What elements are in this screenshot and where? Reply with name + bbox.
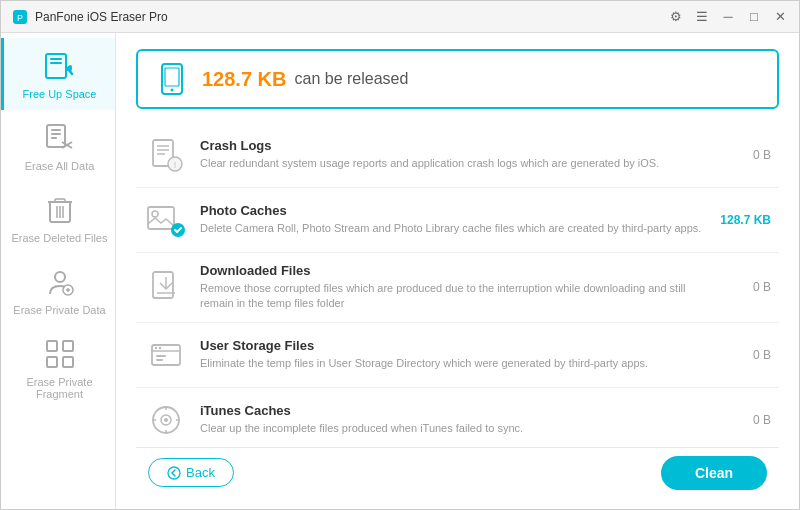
- window-controls: ⚙ ☰ ─ □ ✕: [667, 8, 789, 26]
- sidebar-item-erase-deleted-files[interactable]: Erase Deleted Files: [1, 182, 115, 254]
- footer: Back Clean: [136, 447, 779, 497]
- app-title: PanFone iOS Eraser Pro: [35, 10, 667, 24]
- svg-rect-20: [63, 357, 73, 367]
- svg-rect-19: [47, 357, 57, 367]
- sidebar-item-erase-private-fragment[interactable]: Erase Private Fragment: [1, 326, 115, 410]
- photo-caches-icon-wrap: [144, 198, 188, 242]
- user-storage-desc: Eliminate the temp files in User Storage…: [200, 356, 716, 371]
- itunes-caches-info: iTunes Caches Clear up the incomplete fi…: [200, 403, 716, 436]
- erase-private-fragment-icon: [42, 336, 78, 372]
- sidebar-label-erase-private-data: Erase Private Data: [13, 304, 105, 316]
- photo-caches-info: Photo Caches Delete Camera Roll, Photo S…: [200, 203, 716, 236]
- svg-text:!: !: [174, 160, 177, 170]
- sidebar-item-erase-all-data[interactable]: Erase All Data: [1, 110, 115, 182]
- list-item: iTunes Caches Clear up the incomplete fi…: [136, 388, 779, 447]
- photo-caches-size: 128.7 KB: [716, 213, 771, 227]
- svg-rect-6: [47, 125, 65, 147]
- svg-point-23: [171, 89, 174, 92]
- erase-private-data-icon: [42, 264, 78, 300]
- downloaded-files-name: Downloaded Files: [200, 263, 716, 278]
- back-arrow-icon: [167, 466, 181, 480]
- svg-rect-18: [63, 341, 73, 351]
- settings-icon[interactable]: ⚙: [667, 8, 685, 26]
- svg-point-31: [152, 211, 158, 217]
- summary-size: 128.7 KB: [202, 68, 287, 91]
- svg-rect-3: [50, 58, 62, 60]
- crash-logs-size: 0 B: [716, 148, 771, 162]
- user-storage-name: User Storage Files: [200, 338, 716, 353]
- sidebar-label-erase-private-fragment: Erase Private Fragment: [9, 376, 110, 400]
- user-storage-icon: [148, 337, 184, 373]
- itunes-caches-desc: Clear up the incomplete files produced w…: [200, 421, 716, 436]
- svg-point-13: [55, 272, 65, 282]
- crash-logs-icon-wrap: !: [144, 133, 188, 177]
- list-item: Photo Caches Delete Camera Roll, Photo S…: [136, 188, 779, 253]
- downloaded-files-icon-wrap: [144, 265, 188, 309]
- sidebar-label-free-up-space: Free Up Space: [23, 88, 97, 100]
- crash-logs-info: Crash Logs Clear redundant system usage …: [200, 138, 716, 171]
- svg-rect-2: [46, 54, 66, 78]
- svg-rect-17: [47, 341, 57, 351]
- titlebar: P PanFone iOS Eraser Pro ⚙ ☰ ─ □ ✕: [1, 1, 799, 33]
- content-area: 128.7 KB can be released !: [116, 33, 799, 509]
- itunes-caches-size: 0 B: [716, 413, 771, 427]
- list-item: User Storage Files Eliminate the temp fi…: [136, 323, 779, 388]
- photo-caches-name: Photo Caches: [200, 203, 716, 218]
- photo-caches-icon: [146, 202, 186, 238]
- user-storage-icon-wrap: [144, 333, 188, 377]
- minimize-icon[interactable]: ─: [719, 8, 737, 26]
- svg-rect-22: [165, 68, 179, 86]
- svg-rect-4: [50, 62, 62, 64]
- downloaded-files-info: Downloaded Files Remove those corrupted …: [200, 263, 716, 312]
- list-item: ! Crash Logs Clear redundant system usag…: [136, 123, 779, 188]
- svg-rect-7: [51, 129, 61, 131]
- user-storage-size: 0 B: [716, 348, 771, 362]
- svg-rect-30: [148, 207, 174, 229]
- downloaded-files-size: 0 B: [716, 280, 771, 294]
- svg-point-39: [159, 347, 161, 349]
- svg-point-38: [155, 347, 157, 349]
- sidebar-item-free-up-space[interactable]: Free Up Space: [1, 38, 115, 110]
- summary-card: 128.7 KB can be released: [136, 49, 779, 109]
- maximize-icon[interactable]: □: [745, 8, 763, 26]
- list-item: Downloaded Files Remove those corrupted …: [136, 253, 779, 323]
- phone-icon: [154, 61, 190, 97]
- sidebar-label-erase-deleted-files: Erase Deleted Files: [12, 232, 108, 244]
- sidebar-item-erase-private-data[interactable]: Erase Private Data: [1, 254, 115, 326]
- crash-logs-name: Crash Logs: [200, 138, 716, 153]
- svg-rect-41: [156, 359, 163, 361]
- items-list: ! Crash Logs Clear redundant system usag…: [136, 123, 779, 447]
- free-up-space-icon: [42, 48, 78, 84]
- main-layout: Free Up Space Erase All Data E: [1, 33, 799, 509]
- itunes-caches-name: iTunes Caches: [200, 403, 716, 418]
- clean-button[interactable]: Clean: [661, 456, 767, 490]
- sidebar: Free Up Space Erase All Data E: [1, 33, 116, 509]
- back-button[interactable]: Back: [148, 458, 234, 487]
- svg-line-5: [69, 70, 72, 74]
- crash-logs-icon: !: [148, 137, 184, 173]
- sidebar-label-erase-all-data: Erase All Data: [25, 160, 95, 172]
- itunes-caches-icon-wrap: [144, 398, 188, 442]
- erase-deleted-files-icon: [42, 192, 78, 228]
- svg-point-45: [168, 467, 180, 479]
- svg-text:P: P: [17, 13, 23, 23]
- downloaded-files-icon: [148, 269, 184, 305]
- svg-rect-8: [51, 133, 61, 135]
- user-storage-info: User Storage Files Eliminate the temp fi…: [200, 338, 716, 371]
- menu-icon[interactable]: ☰: [693, 8, 711, 26]
- itunes-caches-icon: [148, 402, 184, 438]
- svg-rect-9: [51, 137, 57, 139]
- svg-rect-40: [156, 355, 166, 357]
- photo-caches-desc: Delete Camera Roll, Photo Stream and Pho…: [200, 221, 716, 236]
- crash-logs-desc: Clear redundant system usage reports and…: [200, 156, 716, 171]
- close-icon[interactable]: ✕: [771, 8, 789, 26]
- svg-point-44: [164, 418, 168, 422]
- erase-all-data-icon: [42, 120, 78, 156]
- downloaded-files-desc: Remove those corrupted files which are p…: [200, 281, 716, 312]
- app-icon: P: [11, 8, 29, 26]
- summary-text: can be released: [295, 70, 409, 88]
